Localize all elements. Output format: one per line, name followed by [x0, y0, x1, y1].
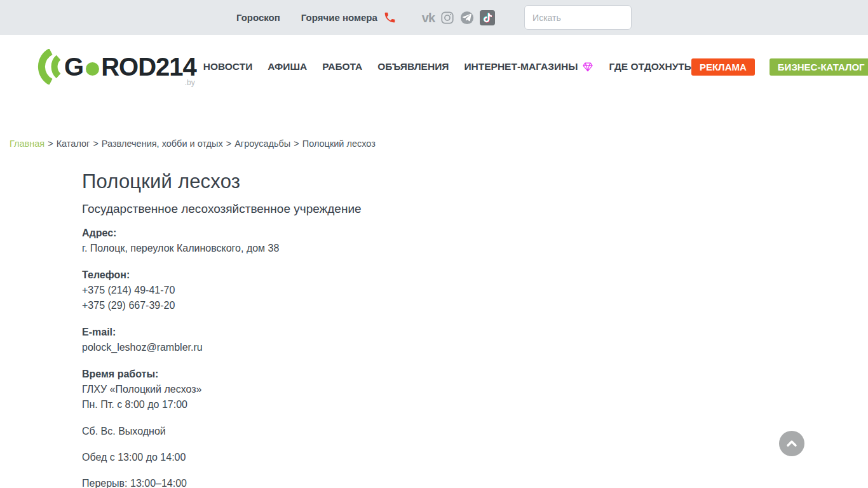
nav-item-rabota[interactable]: РАБОТА — [322, 61, 362, 72]
signal-arcs-icon — [29, 49, 62, 85]
nav-item-obyavleniya[interactable]: ОБЪЯВЛЕНИЯ — [377, 61, 449, 72]
logo-part2: ROD214 — [101, 54, 196, 79]
breadcrumb-home-link[interactable]: Главная — [10, 139, 44, 149]
reklama-button[interactable]: РЕКЛАМА — [691, 58, 755, 76]
logo-part1: G — [64, 54, 83, 79]
lunch-line: Обед с 13:00 до 14:00 — [82, 450, 868, 465]
email-value: polock_leshoz@rambler.ru — [82, 340, 868, 355]
vk-link[interactable]: vk — [422, 11, 435, 24]
phone-label: Телефон: — [82, 268, 868, 283]
break-line: Перерыв: 13:00–14:00 — [82, 476, 868, 488]
email-block: E-mail: polock_leshoz@rambler.ru — [82, 325, 868, 355]
horoscope-link[interactable]: Гороскоп — [236, 12, 280, 23]
breadcrumb-item-current: Полоцкий лесхоз — [302, 139, 376, 149]
main-content: Полоцкий лесхоз Государственное лесохозя… — [0, 170, 868, 488]
phone-number: +375 (214) 49-41-70 — [82, 283, 868, 298]
logo-dot-icon — [86, 62, 99, 76]
breadcrumb-item-katalog[interactable]: Каталог — [57, 139, 90, 149]
header: G ROD214 .by НОВОСТИ АФИША РАБОТА ОБЪЯВЛ… — [0, 35, 868, 98]
telegram-icon — [460, 11, 474, 25]
page-subtitle: Государственное лесохозяйственное учрежд… — [82, 202, 868, 216]
diamond-icon — [582, 62, 593, 72]
nav-item-internet-magaziny[interactable]: ИНТЕРНЕТ-МАГАЗИНЫ — [464, 61, 593, 72]
nav-item-label: НОВОСТИ — [203, 61, 253, 72]
phone-icon — [383, 11, 397, 24]
weekend-line: Сб. Вс. Выходной — [82, 424, 868, 439]
address-label: Адрес: — [82, 226, 868, 241]
work-hours-block: Время работы: ГЛХУ «Полоцкий лесхоз» Пн.… — [82, 367, 868, 412]
nav-item-label: ОБЪЯВЛЕНИЯ — [377, 61, 449, 72]
address-value: г. Полоцк, переулок Калиновского, дом 38 — [82, 241, 868, 256]
vk-icon: vk — [422, 11, 435, 24]
breadcrumb-separator: > — [226, 139, 231, 149]
nav-item-label: РАБОТА — [322, 61, 362, 72]
breadcrumb-separator: > — [48, 139, 53, 149]
tiktok-link[interactable] — [480, 10, 495, 25]
chevron-up-icon — [786, 440, 797, 447]
instagram-link[interactable] — [440, 11, 454, 25]
nav-item-label: ИНТЕРНЕТ-МАГАЗИНЫ — [464, 61, 578, 72]
biznes-katalog-button[interactable]: БИЗНЕС-КАТАЛОГ — [770, 58, 868, 76]
topbar: Гороскоп Горячие номера vk — [0, 0, 868, 35]
nav-item-news[interactable]: НОВОСТИ — [203, 61, 253, 72]
work-hours-label: Время работы: — [82, 367, 868, 382]
work-hours-line: ГЛХУ «Полоцкий лесхоз» — [82, 382, 868, 397]
logo-text: G ROD214 .by — [64, 54, 196, 79]
logo-tld: .by — [185, 79, 195, 86]
breadcrumb-separator: > — [294, 139, 299, 149]
phone-block: Телефон: +375 (214) 49-41-70 +375 (29) 6… — [82, 268, 868, 313]
main-nav: НОВОСТИ АФИША РАБОТА ОБЪЯВЛЕНИЯ ИНТЕРНЕТ… — [203, 61, 691, 72]
nav-item-afisha[interactable]: АФИША — [268, 61, 307, 72]
cta-buttons: РЕКЛАМА БИЗНЕС-КАТАЛОГ — [691, 58, 868, 76]
breadcrumb-item-agrousadby[interactable]: Агроусадьбы — [234, 139, 290, 149]
page-title: Полоцкий лесхоз — [82, 170, 868, 193]
nav-item-label: АФИША — [268, 61, 307, 72]
email-label: E-mail: — [82, 325, 868, 340]
phone-number: +375 (29) 667-39-20 — [82, 298, 868, 313]
address-block: Адрес: г. Полоцк, переулок Калиновского,… — [82, 226, 868, 256]
search-box — [524, 5, 632, 30]
telegram-link[interactable] — [460, 11, 474, 25]
instagram-icon — [440, 11, 454, 25]
breadcrumb-separator: > — [93, 139, 98, 149]
logo[interactable]: G ROD214 .by — [29, 49, 196, 85]
search-input[interactable] — [524, 5, 632, 30]
hot-numbers-label: Горячие номера — [301, 12, 377, 23]
nav-item-label: ГДЕ ОТДОХНУТЬ — [609, 61, 691, 72]
work-hours-line: Пн. Пт. с 8:00 до 17:00 — [82, 397, 868, 412]
social-links: vk — [422, 10, 495, 25]
nav-item-gde-otdohnut[interactable]: ГДЕ ОТДОХНУТЬ — [609, 61, 691, 72]
breadcrumb: Главная>Каталог>Развлечения, хобби и отд… — [10, 139, 868, 149]
breadcrumb-item-razvlecheniya[interactable]: Развлечения, хобби и отдых — [102, 139, 223, 149]
hot-numbers-link[interactable]: Горячие номера — [301, 11, 397, 24]
scroll-to-top-button[interactable] — [779, 431, 804, 456]
tiktok-icon — [480, 10, 495, 25]
